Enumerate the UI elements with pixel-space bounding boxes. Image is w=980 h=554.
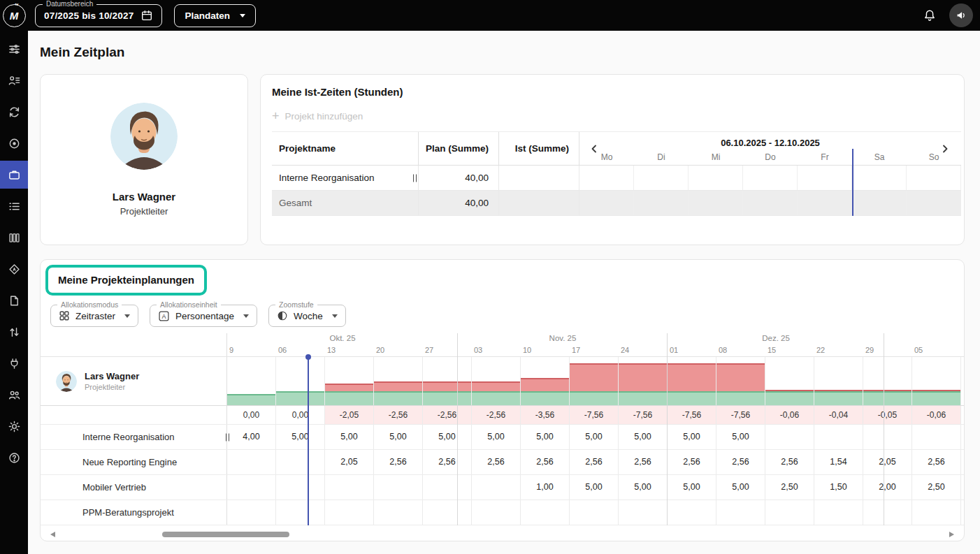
allocation-cell[interactable] xyxy=(423,500,472,525)
sidebar-item-transfer[interactable] xyxy=(0,318,28,346)
sidebar-item-planning[interactable] xyxy=(0,35,28,63)
allocation-cell[interactable]: 4,00 xyxy=(227,425,276,449)
allocation-cell[interactable]: 5,00 xyxy=(325,425,374,449)
ist-day-cell[interactable] xyxy=(689,191,743,215)
allocation-cell[interactable]: 5,00 xyxy=(716,475,765,500)
allocation-cell[interactable] xyxy=(276,475,325,500)
ist-day-cell[interactable] xyxy=(634,191,689,215)
allocation-cell[interactable] xyxy=(814,500,863,525)
ist-day-cell[interactable] xyxy=(743,191,798,215)
column-resize-handle[interactable] xyxy=(413,174,417,182)
scrollbar-thumb[interactable] xyxy=(162,532,289,537)
allocation-cell[interactable] xyxy=(765,500,814,525)
ist-day-cell[interactable] xyxy=(852,166,907,190)
allocation-cell[interactable]: 1,50 xyxy=(814,475,863,500)
notifications-button[interactable] xyxy=(917,3,942,28)
sidebar-item-users[interactable] xyxy=(0,381,28,409)
allocation-cell[interactable] xyxy=(863,425,912,449)
allocation-cell[interactable] xyxy=(325,475,374,500)
allocation-cell[interactable]: 2,05 xyxy=(325,450,374,474)
sidebar-item-help[interactable] xyxy=(0,444,28,472)
allocation-cell[interactable]: 5,00 xyxy=(276,425,325,449)
allocation-cell[interactable]: 2,56 xyxy=(570,450,619,474)
ist-day-cell[interactable] xyxy=(743,166,798,190)
allocation-cell[interactable]: 2,56 xyxy=(374,450,423,474)
allocation-cell[interactable] xyxy=(227,500,276,525)
allokationsmodus-select[interactable]: Allokationsmodus Zeitraster xyxy=(50,305,138,327)
sidebar-item-goals[interactable] xyxy=(0,129,28,157)
allocation-cell[interactable] xyxy=(765,425,814,449)
allocation-cell[interactable]: 2,56 xyxy=(912,450,961,474)
add-project-button[interactable]: + Projekt hinzufügen xyxy=(272,110,363,122)
sidebar-item-columns[interactable] xyxy=(0,224,28,252)
allocation-cell[interactable] xyxy=(863,500,912,525)
allocation-cell[interactable] xyxy=(472,475,521,500)
scroll-left-arrow[interactable] xyxy=(50,532,55,537)
allocation-cell[interactable]: 2,56 xyxy=(423,450,472,474)
allocation-cell[interactable]: 2,56 xyxy=(521,450,570,474)
allocation-cell[interactable]: 2,56 xyxy=(619,450,668,474)
allocation-cell[interactable]: 2,50 xyxy=(765,475,814,500)
ist-day-cell[interactable] xyxy=(689,166,743,190)
allocation-cell[interactable] xyxy=(374,500,423,525)
scroll-right-arrow[interactable] xyxy=(949,532,954,537)
allocation-cell[interactable] xyxy=(814,425,863,449)
ist-day-cell[interactable] xyxy=(798,191,852,215)
date-range-picker[interactable]: Datumsbereich 07/2025 bis 10/2027 xyxy=(35,4,162,27)
allocation-cell[interactable] xyxy=(227,450,276,474)
allocation-cell[interactable] xyxy=(912,500,961,525)
sidebar-item-team-planning[interactable] xyxy=(0,66,28,94)
allocation-cell[interactable] xyxy=(521,500,570,525)
allocation-cell[interactable]: 1,00 xyxy=(521,475,570,500)
next-week-button[interactable] xyxy=(940,144,950,154)
allocation-cell[interactable] xyxy=(227,475,276,500)
allokationseinheit-select[interactable]: Allokationseinheit A Personentage xyxy=(150,305,257,327)
allocation-cell[interactable] xyxy=(276,450,325,474)
ist-day-cell[interactable] xyxy=(907,191,961,215)
allocation-cell[interactable]: 2,56 xyxy=(716,450,765,474)
allocation-cell[interactable]: 1,54 xyxy=(814,450,863,474)
allocation-cell[interactable] xyxy=(668,500,716,525)
allocation-cell[interactable] xyxy=(912,425,961,449)
allocation-cell[interactable]: 2,00 xyxy=(863,475,912,500)
sidebar-item-portfolio[interactable] xyxy=(0,161,28,189)
ist-day-cell[interactable] xyxy=(798,166,852,190)
ist-day-cell[interactable] xyxy=(634,166,689,190)
sidebar-item-integrations[interactable] xyxy=(0,349,28,377)
sidebar-item-settings[interactable] xyxy=(0,412,28,440)
allocation-cell[interactable] xyxy=(276,500,325,525)
allocation-cell[interactable]: 2,56 xyxy=(472,450,521,474)
allocation-cell[interactable]: 5,00 xyxy=(570,425,619,449)
allocation-cell[interactable]: 5,00 xyxy=(423,425,472,449)
allocation-cell[interactable]: 5,00 xyxy=(716,425,765,449)
allocation-cell[interactable] xyxy=(716,500,765,525)
ist-day-cell[interactable] xyxy=(579,191,634,215)
plandaten-select[interactable]: Plandaten xyxy=(174,4,256,27)
announcements-button[interactable] xyxy=(949,3,973,27)
allocation-cell[interactable] xyxy=(374,475,423,500)
sidebar-item-documents[interactable] xyxy=(0,286,28,314)
allocation-cell[interactable]: 5,00 xyxy=(668,475,716,500)
allocation-cell[interactable]: 2,50 xyxy=(912,475,961,500)
column-resize-handle[interactable] xyxy=(226,433,229,441)
previous-week-button[interactable] xyxy=(589,144,599,154)
allocation-cell[interactable] xyxy=(570,500,619,525)
allocation-cell[interactable]: 5,00 xyxy=(619,425,668,449)
allocation-cell[interactable] xyxy=(325,500,374,525)
allocation-cell[interactable]: 5,00 xyxy=(619,475,668,500)
sidebar-item-tasks[interactable] xyxy=(0,192,28,220)
allocation-cell[interactable]: 2,56 xyxy=(765,450,814,474)
allocation-cell[interactable]: 5,00 xyxy=(570,475,619,500)
ist-day-cell[interactable] xyxy=(579,166,634,190)
allocation-cell[interactable]: 2,56 xyxy=(668,450,716,474)
zoomstufe-select[interactable]: Zoomstufe Woche xyxy=(268,305,346,327)
allocation-cell[interactable]: 5,00 xyxy=(521,425,570,449)
allocation-cell[interactable]: 5,00 xyxy=(668,425,716,449)
allocation-cell[interactable] xyxy=(472,500,521,525)
ist-day-cell[interactable] xyxy=(852,191,907,215)
allocation-cell[interactable]: 2,05 xyxy=(863,450,912,474)
ist-day-cell[interactable] xyxy=(907,166,961,190)
sidebar-item-navigation[interactable] xyxy=(0,255,28,283)
sidebar-item-sync[interactable] xyxy=(0,98,28,126)
allocation-cell[interactable] xyxy=(619,500,668,525)
